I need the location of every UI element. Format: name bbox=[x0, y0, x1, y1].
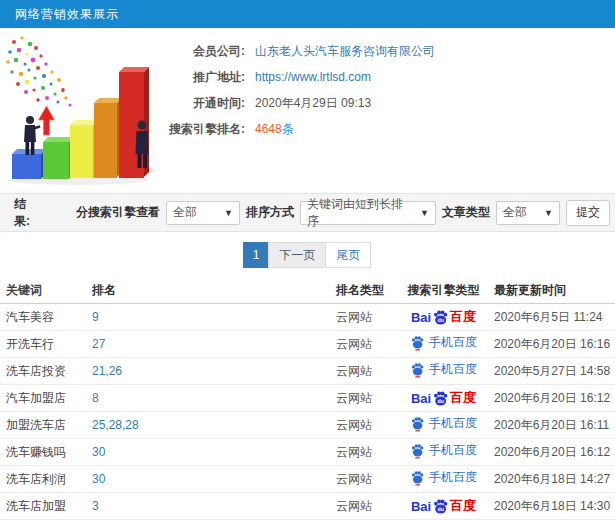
rank-type-cell: 云网站 bbox=[336, 309, 396, 326]
chevron-down-icon: ▼ bbox=[420, 208, 429, 218]
article-type-select[interactable]: 全部 ▼ bbox=[496, 201, 560, 225]
update-time-cell: 2020年6月20日 16:16 bbox=[491, 336, 615, 353]
baidu-mobile-logo: 手机百度 bbox=[410, 361, 477, 378]
table-row: 加盟洗车店 25,28,28 云网站 Bai du 百度 bbox=[0, 412, 615, 439]
engine-cell: Bai du 百度 手机百度 bbox=[396, 442, 491, 462]
article-type-value: 全部 bbox=[503, 204, 527, 221]
result-label: 结果: bbox=[14, 196, 30, 230]
update-time-cell: 2020年6月5日 11:24 bbox=[491, 309, 615, 326]
pagination: 1 下一页 尾页 bbox=[244, 242, 372, 268]
promo-url-link[interactable]: https://www.lrtlsd.com bbox=[255, 70, 371, 84]
update-time-cell: 2020年6月20日 16:11 bbox=[491, 417, 615, 434]
sort-label: 排序方式 bbox=[246, 204, 294, 221]
chevron-down-icon: ▼ bbox=[224, 208, 233, 218]
page-1-button[interactable]: 1 bbox=[243, 242, 270, 268]
keyword-cell: 洗车店利润 bbox=[0, 471, 92, 488]
company-link[interactable]: 山东老人头汽车服务咨询有限公司 bbox=[255, 43, 435, 60]
rank-link[interactable]: 27 bbox=[92, 337, 105, 351]
header-engine-type: 搜索引擎类型 bbox=[396, 282, 491, 299]
engine-cell: Bai du 百度 手机百度 bbox=[396, 497, 491, 515]
table-row: 洗车店加盟 3 云网站 Bai du 百度 bbox=[0, 493, 615, 520]
rank-type-cell: 云网站 bbox=[336, 417, 396, 434]
table-header-row: 关键词 排名 排名类型 搜索引擎类型 最新更新时间 bbox=[0, 278, 615, 304]
svg-text:du: du bbox=[438, 505, 444, 511]
update-time-cell: 2020年6月20日 16:12 bbox=[491, 390, 615, 407]
filter-bar: 结果: 分搜索引擎查看 全部 ▼ 排序方式 关键词由短到长排序 ▼ 文章类型 全… bbox=[0, 193, 615, 232]
rank-type-cell: 云网站 bbox=[336, 498, 396, 515]
header-update-time: 最新更新时间 bbox=[491, 282, 615, 299]
rank-link[interactable]: 8 bbox=[92, 391, 99, 405]
update-time-cell: 2020年5月27日 14:58 bbox=[491, 363, 615, 380]
table-row: 开洗车行 27 云网站 Bai du 百度 bbox=[0, 331, 615, 358]
update-time-cell: 2020年6月20日 16:12 bbox=[491, 444, 615, 461]
engine-filter-label: 分搜索引擎查看 bbox=[76, 204, 160, 221]
engine-rank-label: 搜索引擎排名: bbox=[135, 121, 245, 138]
rank-link[interactable]: 30 bbox=[92, 472, 105, 486]
info-section: 会员公司: 山东老人头汽车服务咨询有限公司 推广地址: https://www.… bbox=[0, 28, 615, 193]
results-table: 关键词 排名 排名类型 搜索引擎类型 最新更新时间 汽车美容 9 云网站 Bai… bbox=[0, 278, 615, 520]
confetti-dots bbox=[6, 36, 71, 106]
table-row: 汽车加盟店 8 云网站 Bai du 百度 bbox=[0, 385, 615, 412]
baidu-mobile-logo: 手机百度 bbox=[410, 442, 477, 459]
company-label: 会员公司: bbox=[135, 43, 245, 60]
rank-type-cell: 云网站 bbox=[336, 363, 396, 380]
submit-button[interactable]: 提交 bbox=[566, 200, 610, 226]
rank-type-cell: 云网站 bbox=[336, 336, 396, 353]
engine-filter-select[interactable]: 全部 ▼ bbox=[166, 201, 240, 225]
svg-text:du: du bbox=[438, 397, 444, 403]
rank-unit: 条 bbox=[282, 122, 294, 136]
update-time-cell: 2020年6月18日 14:30 bbox=[491, 498, 615, 515]
header-keyword: 关键词 bbox=[0, 282, 92, 299]
baidu-pc-logo: Bai du 百度 bbox=[411, 308, 476, 326]
sort-select[interactable]: 关键词由短到长排序 ▼ bbox=[300, 201, 436, 225]
baidu-paw-icon: du bbox=[432, 309, 449, 326]
page-title: 网络营销效果展示 bbox=[15, 7, 119, 21]
keyword-cell: 洗车店投资 bbox=[0, 363, 92, 380]
baidu-mobile-logo: 手机百度 bbox=[410, 334, 477, 351]
table-row: 洗车店利润 30 云网站 Bai du 百度 bbox=[0, 466, 615, 493]
baidu-pc-logo: Bai du 百度 bbox=[411, 389, 476, 407]
keyword-cell: 汽车美容 bbox=[0, 309, 92, 326]
mobile-baidu-paw-icon bbox=[410, 443, 425, 459]
bar-green bbox=[43, 137, 74, 179]
update-time-cell: 2020年6月18日 14:27 bbox=[491, 471, 615, 488]
article-type-label: 文章类型 bbox=[442, 204, 490, 221]
info-row-opened: 开通时间: 2020年4月29日 09:13 bbox=[135, 90, 435, 116]
next-page-button[interactable]: 下一页 bbox=[268, 242, 326, 268]
engine-filter-value: 全部 bbox=[173, 204, 197, 221]
rank-type-cell: 云网站 bbox=[336, 471, 396, 488]
promo-url-label: 推广地址: bbox=[135, 69, 245, 86]
mobile-baidu-paw-icon bbox=[410, 470, 425, 486]
rank-link[interactable]: 30 bbox=[92, 445, 105, 459]
rank-link[interactable]: 9 bbox=[92, 310, 99, 324]
table-row: 洗车赚钱吗 30 云网站 Bai du 百度 bbox=[0, 439, 615, 466]
engine-rank-value: 4648条 bbox=[255, 121, 294, 138]
keyword-cell: 洗车赚钱吗 bbox=[0, 444, 92, 461]
info-row-rank: 搜索引擎排名: 4648条 bbox=[135, 116, 435, 142]
filter-controls: 分搜索引擎查看 全部 ▼ 排序方式 关键词由短到长排序 ▼ 文章类型 全部 ▼ … bbox=[76, 200, 610, 226]
mobile-baidu-paw-icon bbox=[410, 416, 425, 432]
table-row: 汽车美容 9 云网站 Bai du 百度 bbox=[0, 304, 615, 331]
bar-yellow bbox=[70, 120, 98, 178]
keyword-cell: 开洗车行 bbox=[0, 336, 92, 353]
rank-link[interactable]: 25,28,28 bbox=[92, 418, 139, 432]
rank-link[interactable]: 21,26 bbox=[92, 364, 122, 378]
keyword-cell: 加盟洗车店 bbox=[0, 417, 92, 434]
engine-cell: Bai du 百度 手机百度 bbox=[396, 469, 491, 489]
baidu-paw-icon: du bbox=[432, 390, 449, 407]
open-time-value: 2020年4月29日 09:13 bbox=[255, 95, 371, 112]
keyword-cell: 汽车加盟店 bbox=[0, 390, 92, 407]
baidu-paw-icon: du bbox=[432, 498, 449, 515]
table-row: 洗车店投资 21,26 云网站 Bai du 百度 bbox=[0, 358, 615, 385]
bar-orange bbox=[94, 98, 122, 178]
header-rank: 排名 bbox=[92, 282, 336, 299]
engine-cell: Bai du 百度 手机百度 bbox=[396, 389, 491, 407]
rank-link[interactable]: 3 bbox=[92, 499, 99, 513]
rank-type-cell: 云网站 bbox=[336, 390, 396, 407]
keyword-cell: 洗车店加盟 bbox=[0, 498, 92, 515]
sort-value: 关键词由短到长排序 bbox=[307, 196, 414, 230]
engine-cell: Bai du 百度 手机百度 bbox=[396, 308, 491, 326]
svg-text:du: du bbox=[438, 316, 444, 322]
page-header: 网络营销效果展示 bbox=[0, 0, 615, 28]
last-page-button[interactable]: 尾页 bbox=[325, 242, 371, 268]
